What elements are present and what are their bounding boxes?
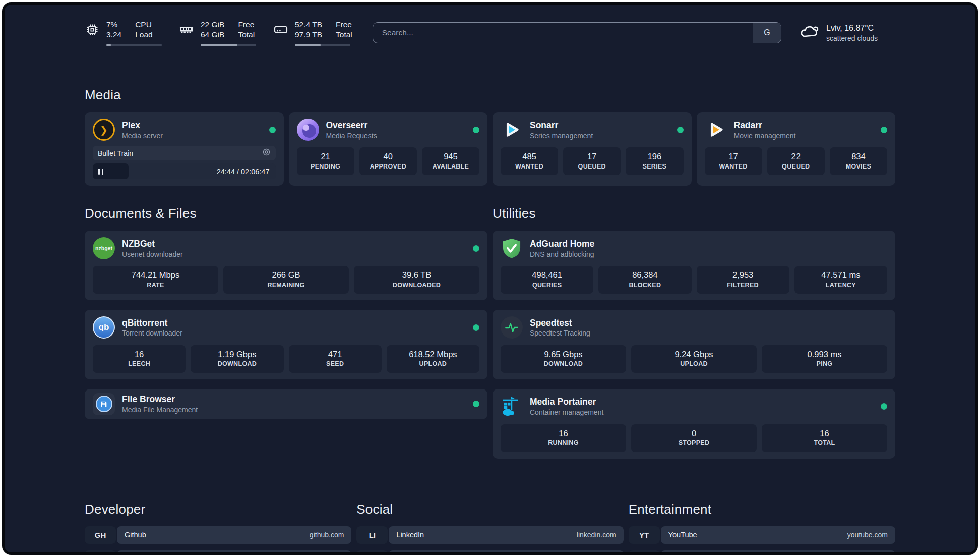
status-online-dot bbox=[473, 324, 479, 331]
status-online-dot bbox=[881, 127, 887, 133]
stat-queries: 498,461QUERIES bbox=[501, 266, 593, 294]
stat-stopped: 0STOPPED bbox=[631, 424, 757, 452]
nzbget-icon: nzbget bbox=[93, 237, 115, 259]
link-abbr: YT bbox=[629, 526, 660, 544]
stat-available: 945AVAILABLE bbox=[422, 147, 479, 175]
stat-ping: 0.993 msPING bbox=[762, 345, 887, 373]
card-subtitle: Media server bbox=[122, 131, 163, 140]
cpu-load: 3.24 bbox=[106, 30, 121, 40]
disk-total: 97.9 TB bbox=[295, 30, 322, 40]
stat-blocked: 86,384BLOCKED bbox=[598, 266, 691, 294]
stat-approved: 40APPROVED bbox=[359, 147, 417, 175]
link-github[interactable]: GH Githubgithub.com bbox=[85, 526, 351, 544]
status-online-dot bbox=[269, 127, 276, 133]
cloud-icon bbox=[800, 24, 820, 41]
card-nzbget[interactable]: nzbget NZBGet Usenet downloader 744.21 M… bbox=[85, 231, 487, 300]
stream-time: 24:44 / 02:06:47 bbox=[217, 168, 270, 176]
memory-free: 22 GiB bbox=[201, 20, 224, 30]
stream-settings-icon[interactable] bbox=[262, 148, 271, 158]
link-netflix[interactable]: NF Netflixnetflix.com bbox=[629, 550, 895, 555]
link-url: linkedin.com bbox=[577, 531, 616, 539]
link-linkedin[interactable]: LI LinkedInlinkedin.com bbox=[356, 526, 623, 544]
link-name: YouTube bbox=[668, 531, 697, 539]
stat-latency: 47.571 msLATENCY bbox=[794, 266, 887, 294]
stat-upload: 9.24 GbpsUPLOAD bbox=[631, 345, 757, 373]
weather-condition: scattered clouds bbox=[826, 34, 878, 43]
radarr-icon bbox=[705, 119, 727, 141]
disk-icon bbox=[273, 22, 288, 37]
stream-progress-bar[interactable]: 24:44 / 02:06:47 bbox=[93, 163, 276, 179]
file-browser-icon bbox=[93, 393, 115, 415]
weather-widget[interactable]: Lviv, 16.87°C scattered clouds bbox=[800, 23, 895, 43]
card-subtitle: Series management bbox=[530, 131, 593, 140]
adguard-icon bbox=[501, 237, 523, 259]
pause-icon[interactable] bbox=[98, 169, 103, 175]
card-subtitle: Movie management bbox=[734, 131, 796, 140]
total-label: Total bbox=[238, 30, 255, 40]
portainer-icon bbox=[501, 396, 523, 418]
stat-filtered: 2,953FILTERED bbox=[697, 266, 789, 294]
stat-total: 16TOTAL bbox=[762, 424, 887, 452]
stat-wanted: 485WANTED bbox=[501, 147, 558, 175]
header: 7% 3.24 CPU Load bbox=[85, 20, 895, 46]
stat-leech: 16LEECH bbox=[93, 345, 186, 373]
load-label: Load bbox=[135, 30, 152, 40]
section-title-entertainment: Entertainment bbox=[629, 502, 895, 517]
link-stackoverflow[interactable]: SO StackOverflowstackoverflow.com bbox=[85, 550, 351, 555]
card-file-browser[interactable]: File Browser Media File Management bbox=[85, 389, 487, 419]
cpu-label: CPU bbox=[135, 20, 152, 30]
link-twitter[interactable]: TW Twittertwitter.com bbox=[356, 550, 623, 555]
card-title: File Browser bbox=[122, 394, 198, 405]
card-speedtest[interactable]: Speedtest Speedtest Tracking 9.65 GbpsDO… bbox=[493, 310, 895, 379]
link-url: youtube.com bbox=[847, 531, 888, 539]
disk-free: 52.4 TB bbox=[295, 20, 322, 30]
link-url: github.com bbox=[310, 531, 344, 539]
status-online-dot bbox=[677, 127, 684, 133]
card-plex[interactable]: ❯ Plex Media server Bullet Train bbox=[85, 112, 284, 186]
search-provider-button[interactable]: G bbox=[753, 23, 781, 43]
qbittorrent-icon: qb bbox=[93, 316, 115, 339]
search-bar: G bbox=[373, 22, 781, 43]
stat-pending: 21PENDING bbox=[297, 147, 354, 175]
card-title: Media Portainer bbox=[530, 396, 603, 408]
status-online-dot bbox=[881, 403, 887, 410]
card-qbittorrent[interactable]: qb qBittorrent Torrent downloader 16LEEC… bbox=[85, 310, 487, 379]
card-title: Plex bbox=[122, 120, 163, 131]
card-overseerr[interactable]: Overseerr Media Requests 21PENDING 40APP… bbox=[289, 112, 488, 186]
card-portainer[interactable]: Media Portainer Container management 16R… bbox=[493, 389, 895, 459]
stat-upload: 618.52 MbpsUPLOAD bbox=[387, 345, 479, 373]
dashboard-window: 7% 3.24 CPU Load bbox=[2, 2, 978, 555]
section-title-developer: Developer bbox=[85, 502, 351, 517]
card-title: AdGuard Home bbox=[530, 238, 594, 250]
stat-seed: 471SEED bbox=[289, 345, 382, 373]
card-title: NZBGet bbox=[122, 238, 183, 250]
card-title: Radarr bbox=[734, 120, 796, 131]
stat-wanted: 17WANTED bbox=[705, 147, 762, 175]
section-title-utilities: Utilities bbox=[493, 206, 895, 221]
stat-queued: 17QUEUED bbox=[563, 147, 621, 175]
card-subtitle: Torrent downloader bbox=[122, 328, 182, 338]
disk-widget: 52.4 TB 97.9 TB Free Total bbox=[273, 20, 352, 46]
total-label: Total bbox=[336, 30, 352, 40]
link-abbr: GH bbox=[85, 526, 116, 544]
link-youtube[interactable]: YT YouTubeyoutube.com bbox=[629, 526, 895, 544]
card-title: Speedtest bbox=[530, 317, 590, 329]
section-title-documents: Documents & Files bbox=[85, 206, 487, 221]
overseerr-icon bbox=[297, 119, 319, 141]
link-name: Github bbox=[125, 531, 146, 539]
link-name: LinkedIn bbox=[396, 531, 424, 539]
resource-widgets: 7% 3.24 CPU Load bbox=[85, 20, 352, 46]
stat-running: 16RUNNING bbox=[501, 424, 626, 452]
search-input[interactable] bbox=[373, 23, 753, 43]
memory-total: 64 GiB bbox=[201, 30, 224, 40]
weather-location: Lviv, 16.87°C bbox=[826, 23, 878, 34]
disk-progress-bar bbox=[295, 44, 350, 46]
stat-download: 1.19 GbpsDOWNLOAD bbox=[191, 345, 283, 373]
card-adguard-home[interactable]: AdGuard Home DNS and adblocking 498,461Q… bbox=[493, 231, 895, 300]
card-subtitle: Media File Management bbox=[122, 405, 198, 414]
card-sonarr[interactable]: Sonarr Series management 485WANTED 17QUE… bbox=[493, 112, 692, 186]
plex-now-playing: Bullet Train 24:44 / 02:06:47 bbox=[93, 146, 276, 179]
card-title: qBittorrent bbox=[122, 317, 182, 329]
card-subtitle: Media Requests bbox=[326, 131, 377, 140]
card-radarr[interactable]: Radarr Movie management 17WANTED 22QUEUE… bbox=[697, 112, 896, 186]
